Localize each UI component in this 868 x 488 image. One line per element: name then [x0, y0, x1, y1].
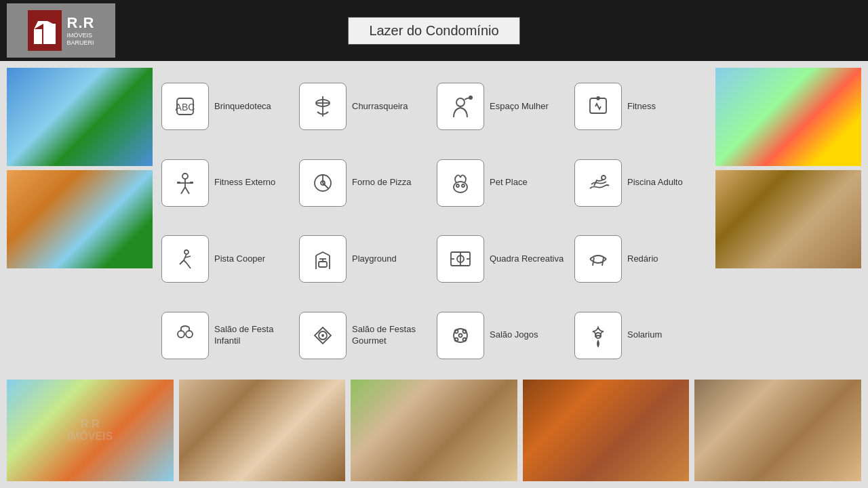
- svg-point-46: [459, 333, 462, 337]
- watermark-bottom: R.RIMÓVEIS: [67, 418, 113, 443]
- amenity-piscina-adulto: Piscina Adulto: [574, 148, 707, 219]
- svg-point-41: [454, 329, 467, 342]
- amenity-solarium: Solarium: [574, 300, 707, 371]
- svg-point-43: [463, 329, 467, 333]
- icon-playground: [299, 235, 347, 283]
- svg-rect-0: [34, 29, 42, 44]
- bottom-images: R.RIMÓVEIS: [7, 380, 861, 481]
- icon-brinquedoteca: ABC: [161, 83, 209, 130]
- amenity-playground: Playground: [299, 224, 431, 295]
- svg-rect-17: [177, 182, 180, 184]
- svg-point-23: [462, 184, 465, 187]
- content-area: ABC Brinquedoteca Churrasquei: [0, 61, 868, 488]
- svg-point-21: [454, 182, 467, 192]
- svg-point-25: [184, 250, 189, 254]
- svg-point-38: [186, 331, 193, 338]
- svg-point-8: [456, 98, 465, 106]
- amenity-espaco-mulher: Espaço Mulher: [437, 71, 569, 142]
- left-images: [7, 68, 153, 374]
- icon-churrasqueira: [299, 83, 347, 130]
- label-playground: Playground: [352, 253, 397, 265]
- image-bottom-salon2: [351, 380, 517, 481]
- image-bottom-salon1: [179, 380, 346, 481]
- image-pool: [7, 68, 153, 166]
- image-room: [715, 170, 861, 268]
- amenity-brinquedoteca: ABC Brinquedoteca: [161, 71, 294, 142]
- amenity-pista-cooper: Pista Cooper: [161, 224, 294, 295]
- amenity-forno-pizza: Forno de Pizza: [299, 148, 431, 219]
- svg-point-24: [601, 176, 606, 180]
- icon-fitness-externo: [161, 159, 209, 207]
- logo-box: R.R IMÓVEIS BARUERI: [7, 3, 115, 58]
- svg-point-42: [455, 329, 458, 333]
- logo-brand: R.R: [67, 14, 95, 32]
- amenity-quadra-recreativa: Quadra Recreativa: [437, 224, 569, 295]
- logo-inner: R.R IMÓVEIS BARUERI: [28, 10, 95, 51]
- icon-espaco-mulher: [437, 83, 484, 130]
- svg-line-36: [602, 258, 604, 266]
- label-fitness-externo: Fitness Externo: [214, 177, 275, 188]
- label-solarium: Solarium: [627, 329, 662, 341]
- label-brinquedoteca: Brinquedoteca: [214, 101, 271, 113]
- icons-grid: ABC Brinquedoteca Churrasquei: [158, 68, 710, 374]
- logo-line1: IMÓVEIS: [67, 32, 95, 39]
- icon-salao-jogos: [437, 312, 484, 359]
- svg-text:ABC: ABC: [176, 102, 195, 113]
- svg-point-9: [469, 96, 473, 100]
- amenity-redario: Redário: [574, 224, 707, 295]
- main-container: R.R IMÓVEIS BARUERI Lazer do Condomínio: [0, 0, 868, 488]
- logo-line2: BARUERI: [67, 39, 95, 47]
- label-redario: Redário: [627, 253, 658, 265]
- label-pista-cooper: Pista Cooper: [214, 253, 265, 265]
- svg-point-40: [321, 334, 324, 337]
- page-title-box: Lazer do Condomínio: [348, 17, 519, 45]
- svg-rect-18: [190, 182, 193, 184]
- label-quadra-recreativa: Quadra Recreativa: [490, 253, 564, 265]
- icon-pista-cooper: [161, 235, 209, 283]
- amenity-salao-festas-gourmet: Salão de Festas Gourmet: [299, 300, 431, 371]
- label-fitness: Fitness: [627, 101, 656, 113]
- image-bottom-court: R.RIMÓVEIS: [7, 380, 174, 481]
- amenity-salao-jogos: Salão Jogos: [437, 300, 569, 371]
- svg-rect-1: [43, 24, 56, 44]
- svg-point-12: [182, 174, 188, 179]
- icon-redario: [574, 235, 622, 283]
- icon-solarium: [574, 312, 622, 359]
- image-court: [7, 170, 153, 268]
- label-piscina-adulto: Piscina Adulto: [627, 177, 683, 188]
- image-playground-right: [715, 68, 861, 166]
- label-churrasqueira: Churrasqueira: [352, 101, 408, 113]
- icon-fitness: [574, 83, 622, 130]
- label-salao-festas-gourmet: Salão de Festas Gourmet: [352, 324, 431, 347]
- amenity-fitness: Fitness: [574, 71, 707, 142]
- label-espaco-mulher: Espaço Mulher: [490, 101, 549, 113]
- icon-quadra-recreativa: [437, 235, 484, 283]
- icon-salao-festa-infantil: [161, 312, 209, 359]
- icon-piscina-adulto: [574, 159, 622, 207]
- icon-forno-pizza: [299, 159, 347, 207]
- amenity-pet-place: Pet Place: [437, 148, 569, 219]
- svg-point-22: [456, 184, 459, 187]
- svg-point-44: [455, 338, 458, 341]
- svg-point-45: [463, 338, 467, 341]
- logo-icon: [28, 10, 62, 51]
- image-bottom-gym: [694, 380, 861, 481]
- amenity-fitness-externo: Fitness Externo: [161, 148, 294, 219]
- svg-point-37: [178, 331, 184, 338]
- image-bottom-games: [523, 380, 690, 481]
- right-images: [715, 68, 861, 374]
- middle-section: ABC Brinquedoteca Churrasquei: [7, 68, 861, 374]
- amenity-salao-festa-infantil: Salão de Festa Infantil: [161, 300, 294, 371]
- label-pet-place: Pet Place: [490, 177, 528, 188]
- svg-rect-28: [319, 262, 327, 267]
- svg-line-15: [181, 187, 185, 194]
- label-forno-pizza: Forno de Pizza: [352, 177, 411, 188]
- icon-pet-place: [437, 159, 484, 207]
- icon-salao-festas-gourmet: [299, 312, 347, 359]
- label-salao-jogos: Salão Jogos: [490, 329, 538, 341]
- svg-line-16: [185, 187, 189, 194]
- amenity-churrasqueira: Churrasqueira: [299, 71, 431, 142]
- label-salao-festa-infantil: Salão de Festa Infantil: [214, 324, 294, 347]
- page-title: Lazer do Condomínio: [369, 23, 498, 38]
- top-bar: R.R IMÓVEIS BARUERI Lazer do Condomínio: [0, 0, 868, 61]
